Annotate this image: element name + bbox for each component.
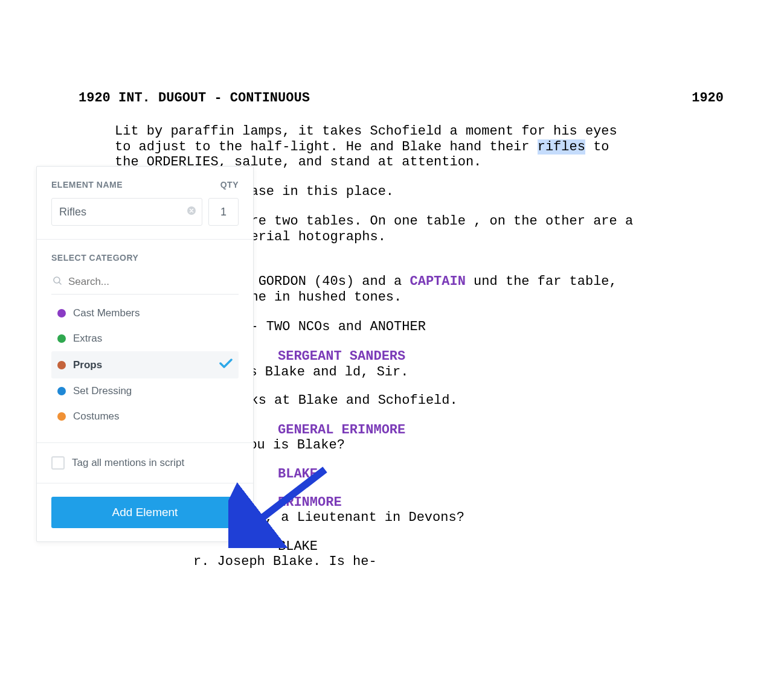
svg-line-2 [59,282,61,284]
category-label: Set Dressing [73,385,132,397]
category-label: Costumes [73,410,120,422]
category-label: Props [73,359,102,371]
add-element-button[interactable]: Add Element [51,497,239,528]
scene-heading: 1920 INT. DUGOUT - CONTINUOUS 1920 [79,91,675,106]
dialogue-text: r. Joseph Blake. Is he- [193,554,495,569]
add-button-section: Add Element [37,483,253,541]
element-name-label: ELEMENT NAME [51,180,123,190]
category-item[interactable]: Costumes [51,404,239,429]
category-color-dot [57,412,66,421]
tag-all-label: Tag all mentions in script [72,457,184,469]
category-search-input[interactable] [51,273,239,290]
category-item[interactable]: Props [51,351,239,378]
clear-icon[interactable] [187,206,196,218]
character-name: SERGEANT SANDERS [278,349,675,364]
qty-input[interactable] [208,198,239,226]
character-name: GENERAL ERINMORE [278,422,675,438]
category-label: Extras [73,333,102,345]
category-color-dot [57,309,66,317]
category-label: Cast Members [73,307,140,319]
character-name: BLAKE [278,467,675,482]
scene-heading-text: 1920 INT. DUGOUT - CONTINUOUS [79,91,310,106]
search-icon [53,276,62,288]
add-element-panel: ELEMENT NAME QTY SELECT CATEGORY Cast Me… [36,166,254,542]
category-item[interactable]: Extras [51,326,239,351]
category-item[interactable]: Cast Members [51,301,239,326]
scene-number-right: 1920 [692,91,724,106]
element-name-section: ELEMENT NAME QTY [37,167,253,240]
qty-label: QTY [220,180,239,190]
action-paragraph: Lit by paraffin lamps, it takes Schofiel… [115,124,634,170]
tagged-role: CAPTAIN [410,274,466,289]
character-name: BLAKE [278,539,675,554]
dialogue-block: BLAKE r. Joseph Blake. Is he- [115,539,675,570]
select-category-label: SELECT CATEGORY [51,253,239,263]
highlighted-word[interactable]: rifles [538,139,585,155]
tag-all-section: Tag all mentions in script [37,443,253,483]
check-icon [219,358,233,372]
category-color-dot [57,334,66,343]
category-item[interactable]: Set Dressing [51,378,239,404]
category-color-dot [57,387,66,395]
category-list: Cast MembersExtrasPropsSet DressingCostu… [51,301,239,429]
tag-all-checkbox[interactable] [51,456,65,470]
element-name-input[interactable] [51,198,202,226]
category-color-dot [57,361,66,369]
character-name: ERINMORE [278,495,675,510]
category-section: SELECT CATEGORY Cast MembersExtrasPropsS… [37,240,253,443]
